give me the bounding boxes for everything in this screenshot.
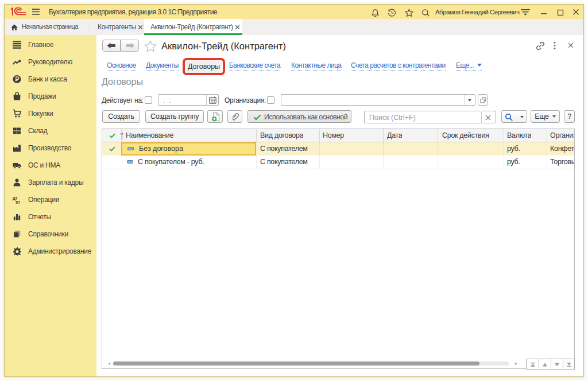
svg-text:Кт: Кт xyxy=(16,200,20,204)
